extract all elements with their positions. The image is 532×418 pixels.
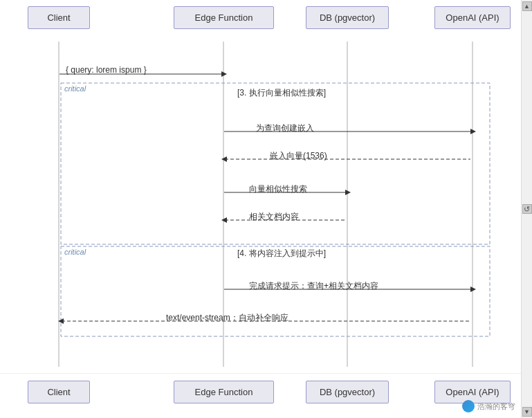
msg8-label: 完成请求提示：查询+相关文档内容 xyxy=(249,280,378,292)
svg-marker-17 xyxy=(470,287,476,292)
svg-marker-19 xyxy=(58,318,64,324)
svg-marker-11 xyxy=(221,156,227,162)
scroll-down-button[interactable]: ▼ xyxy=(522,407,532,417)
watermark-icon xyxy=(462,400,475,412)
watermark-text: 浩瀚的客穹 xyxy=(477,401,515,412)
svg-marker-7 xyxy=(221,71,227,77)
msg4-label: 嵌入向量(1536) xyxy=(270,150,327,162)
critical-label-2: critical xyxy=(64,248,86,256)
actor-client-top: Client xyxy=(28,6,90,29)
msg6-label: 相关文档内容 xyxy=(249,211,299,223)
lifelines-svg xyxy=(0,0,521,418)
msg2-note: [3. 执行向量相似性搜索] xyxy=(237,87,326,99)
actor-client-bottom: Client xyxy=(28,381,90,403)
actor-edge-bottom: Edge Function xyxy=(174,381,274,403)
actor-edge-top: Edge Function xyxy=(174,6,274,29)
msg3-label: 为查询创建嵌入 xyxy=(256,122,314,134)
svg-marker-15 xyxy=(221,217,227,223)
actor-db-top: DB (pgvector) xyxy=(306,6,389,29)
bottom-strip: Client Edge Function DB (pgvector) OpenA… xyxy=(0,373,521,418)
actor-db-bottom: DB (pgvector) xyxy=(306,381,389,403)
critical-label-1: critical xyxy=(64,84,86,93)
scroll-middle-button[interactable]: ↺ xyxy=(522,11,532,407)
msg1-label: { query: lorem ispum } xyxy=(66,65,147,75)
actor-openai-top: OpenAI (API) xyxy=(434,6,511,29)
msg7-note: [4. 将内容注入到提示中] xyxy=(237,248,326,260)
msg9-label: text/event-stream：自动补全响应 xyxy=(166,312,288,324)
scrollbar[interactable]: ▲ ↺ ▼ xyxy=(521,0,532,418)
scroll-up-button[interactable]: ▲ xyxy=(522,1,532,11)
svg-marker-13 xyxy=(345,190,351,195)
watermark: 浩瀚的客穹 xyxy=(462,400,515,412)
msg5-label: 向量相似性搜索 xyxy=(249,183,307,195)
diagram-container: Client Edge Function DB (pgvector) OpenA… xyxy=(0,0,532,418)
svg-marker-9 xyxy=(470,129,476,134)
